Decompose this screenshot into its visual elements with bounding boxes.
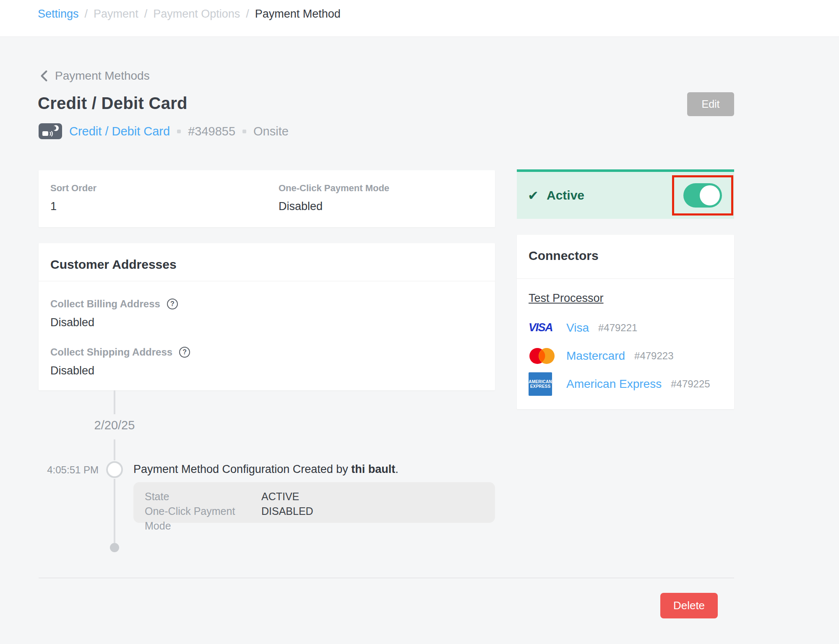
breadcrumb-payment: Payment bbox=[94, 8, 138, 21]
breadcrumb-separator: / bbox=[85, 8, 88, 21]
timeline-event-actor: thi bault bbox=[351, 463, 395, 475]
breadcrumb-payment-method: Payment Method bbox=[255, 8, 341, 21]
amex-logo-icon: AMERICAN EXPRESS bbox=[529, 372, 552, 396]
breadcrumb: Settings / Payment / Payment Options / P… bbox=[38, 8, 341, 21]
breadcrumb-payment-options: Payment Options bbox=[153, 8, 240, 21]
sort-order-value: 1 bbox=[50, 200, 96, 213]
payment-method-page: Settings / Payment / Payment Options / P… bbox=[0, 0, 839, 644]
connector-link-mastercard[interactable]: Mastercard bbox=[566, 349, 625, 363]
method-summary-row: Credit / Debit Card #349855 Onsite bbox=[39, 123, 289, 140]
payment-method-id: #349855 bbox=[188, 125, 235, 138]
connectors-card: Connectors Test Processor VISA Visa #479… bbox=[517, 235, 734, 409]
check-icon: ✔ bbox=[528, 188, 539, 203]
connector-id-visa: #479221 bbox=[598, 322, 637, 334]
separator-dot bbox=[242, 130, 246, 133]
one-click-value: Disabled bbox=[279, 200, 389, 213]
detail-value: ACTIVE bbox=[261, 489, 299, 504]
detail-row-one-click: One-Click Payment Mode DISABLED bbox=[145, 504, 495, 533]
back-to-payment-methods-link[interactable]: Payment Methods bbox=[40, 69, 150, 83]
timeline-event-details: State ACTIVE One-Click Payment Mode DISA… bbox=[133, 482, 495, 523]
toggle-knob bbox=[700, 185, 720, 205]
shipping-address-label: Collect Shipping Address bbox=[50, 346, 172, 358]
back-link-label: Payment Methods bbox=[55, 69, 150, 83]
mastercard-logo-icon bbox=[529, 348, 555, 364]
detail-label: One-Click Payment Mode bbox=[145, 504, 261, 533]
back-chevron-icon bbox=[40, 70, 48, 82]
delete-button[interactable]: Delete bbox=[660, 593, 718, 618]
billing-address-label-row: Collect Billing Address ? bbox=[50, 298, 178, 310]
breadcrumb-settings[interactable]: Settings bbox=[38, 8, 79, 21]
customer-addresses-title: Customer Addresses bbox=[50, 257, 177, 272]
detail-value: DISABLED bbox=[261, 504, 313, 533]
sort-order-label: Sort Order bbox=[50, 183, 96, 194]
one-click-field: One-Click Payment Mode Disabled bbox=[279, 183, 389, 213]
connector-row-visa: VISA Visa #479221 bbox=[529, 314, 726, 342]
connector-row-mastercard: Mastercard #479223 bbox=[529, 342, 726, 370]
connectors-title: Connectors bbox=[529, 249, 599, 263]
payment-method-channel: Onsite bbox=[253, 125, 289, 138]
breadcrumb-separator: / bbox=[144, 8, 148, 21]
help-icon[interactable]: ? bbox=[179, 347, 190, 358]
footer-divider bbox=[39, 578, 734, 578]
edit-button[interactable]: Edit bbox=[687, 92, 734, 116]
annotation-highlight-box bbox=[672, 175, 733, 216]
billing-address-label: Collect Billing Address bbox=[50, 298, 160, 310]
timeline-event-marker bbox=[106, 461, 123, 478]
connector-link-visa[interactable]: Visa bbox=[566, 321, 589, 335]
timeline-line bbox=[114, 390, 115, 414]
timeline-end-dot bbox=[110, 543, 119, 552]
timeline-line bbox=[114, 439, 115, 460]
timeline-date: 2/20/25 bbox=[73, 418, 156, 432]
shipping-address-value: Disabled bbox=[50, 364, 94, 377]
active-toggle[interactable] bbox=[683, 183, 722, 208]
divider bbox=[39, 281, 495, 281]
shipping-address-label-row: Collect Shipping Address ? bbox=[50, 346, 190, 358]
credit-card-icon bbox=[39, 123, 62, 139]
connector-list: VISA Visa #479221 Mastercard #479223 bbox=[529, 314, 726, 398]
billing-address-value: Disabled bbox=[50, 316, 94, 329]
detail-label: State bbox=[145, 489, 261, 504]
connector-row-amex: AMERICAN EXPRESS American Express #47922… bbox=[529, 370, 726, 398]
divider bbox=[517, 278, 734, 279]
timeline-line bbox=[114, 479, 115, 543]
connector-link-amex[interactable]: American Express bbox=[566, 377, 662, 391]
page-title: Credit / Debit Card bbox=[38, 94, 188, 113]
breadcrumb-separator: / bbox=[246, 8, 249, 21]
top-bar: Settings / Payment / Payment Options / P… bbox=[0, 0, 839, 37]
timeline-event-text: Payment Method Configuration Created by … bbox=[133, 463, 399, 476]
visa-logo-icon: VISA bbox=[529, 321, 552, 334]
timeline-event-time: 4:05:51 PM bbox=[40, 464, 99, 476]
status-label: Active bbox=[547, 188, 584, 203]
detail-row-state: State ACTIVE bbox=[145, 489, 495, 504]
customer-addresses-card: Customer Addresses Collect Billing Addre… bbox=[39, 243, 495, 390]
payment-method-link[interactable]: Credit / Debit Card bbox=[69, 125, 170, 138]
sort-order-field: Sort Order 1 bbox=[50, 183, 96, 213]
connector-id-amex: #479225 bbox=[671, 378, 710, 390]
connector-id-mastercard: #479223 bbox=[634, 350, 673, 362]
one-click-label: One-Click Payment Mode bbox=[279, 183, 389, 194]
processor-link[interactable]: Test Processor bbox=[529, 292, 604, 305]
help-icon[interactable]: ? bbox=[167, 299, 178, 309]
separator-dot bbox=[177, 130, 181, 133]
settings-summary-card: Sort Order 1 One-Click Payment Mode Disa… bbox=[39, 170, 495, 227]
